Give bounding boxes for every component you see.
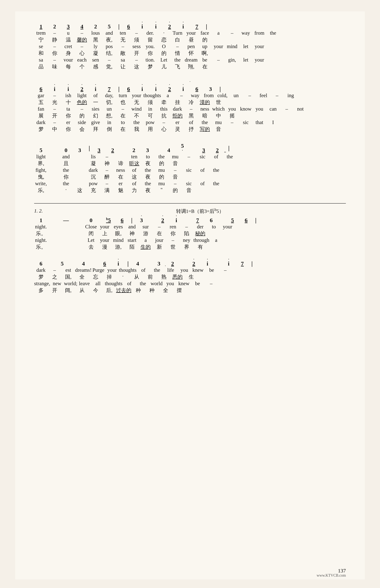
page: 1 2 3 4 2 5 | 6 i i 2 i 7 | trem–u–lousa…	[15, 11, 365, 579]
note-cell: 6	[34, 85, 48, 93]
note-cell: 7	[190, 23, 204, 30]
note-cell: 4	[131, 260, 145, 267]
note-cell: —	[59, 216, 73, 224]
lyrics-row: 梦中你会拜倒在我用心灵抒写的音	[34, 126, 346, 133]
decoration-dot: ·	[34, 80, 346, 85]
note-cell: 3	[204, 85, 217, 93]
section-4: 1 — 0 b5 6 | 3 2 i 7 6 5 6 | night. Clos…	[34, 216, 346, 250]
note-cell: 1	[34, 216, 48, 224]
bar-line: |	[116, 23, 122, 30]
note-cell: 2	[187, 260, 201, 267]
section-4-header: 1. 2. 转调1=B（前3=后b5）	[34, 207, 346, 215]
note-cell: 2	[156, 216, 170, 224]
note-cell: i	[222, 260, 235, 267]
note-cell: 2	[48, 23, 61, 30]
note-cell: 6	[98, 260, 112, 267]
bar-line: |	[249, 260, 255, 267]
bar-line: |	[226, 144, 232, 152]
note-cell: 2	[163, 85, 176, 93]
note-cell: i	[176, 85, 190, 93]
note-cell: 3	[135, 216, 148, 224]
note-cell: i	[176, 23, 190, 30]
note-cell: 7	[235, 260, 249, 267]
notation-row-1: 1 2 3 4 2 5 | 6 i i 2 i 7 |	[34, 23, 346, 30]
bar-line: |	[116, 86, 122, 92]
note-cell: 6	[239, 216, 253, 224]
note-cell: i	[201, 260, 214, 267]
section-2: 6 i i 2 i 7 | 6 i i 2 i 6 3 | gar–ishlig…	[34, 85, 346, 133]
lyrics-row: 梦之国,全忘掉·从前熟悉的生	[34, 274, 346, 280]
lyrics-row: 宁静温馨的黑夜,无须留恋白昼的	[34, 36, 346, 43]
note-cell: 3	[73, 146, 86, 154]
note-cell: 7	[102, 85, 116, 93]
lyrics-row: lightand lis– tentothemu–sicofthe	[34, 154, 346, 160]
lyrics-row: 曳,你 沉醉在这夜的音	[34, 173, 346, 180]
lyrics-row: se–cret–lypos–sessyou.O–penupyourmindlet…	[34, 44, 346, 50]
note-cell: 3·	[152, 260, 166, 267]
note-cell: i	[149, 23, 163, 30]
notation-row-4: 1 — 0 b5 6 | 3 2 i 7 6 5 6 |	[34, 216, 346, 224]
bar-line: |	[129, 217, 135, 224]
bar-line: |	[125, 260, 131, 267]
note-cell: 2	[89, 23, 102, 30]
section-divider	[34, 203, 346, 204]
lyrics-row: gar–ishlightofday,turnyourthoughtsa–wayf…	[34, 93, 346, 99]
lyrics-row: night. Letyourmindstartajour–neythrougha	[34, 237, 346, 243]
note-cell: 6	[122, 23, 135, 30]
note-cell: i	[149, 85, 163, 93]
note-cell: b5	[102, 216, 115, 224]
lyrics-row: write,the pow–erofthemu–sicofthe	[34, 181, 346, 187]
lyrics-row: 五光十色的一切,也无须牵挂冷漠的世	[34, 99, 346, 106]
lyrics-row: 多开阔,从今后,过去的种种全摆	[34, 287, 346, 294]
section-5: 6 5 4 6 i | 4 3· 2 2 i i 7 | dark–estdre…	[34, 260, 346, 294]
note-cell: i	[170, 216, 183, 224]
website-label: www.KTVCB.com	[317, 573, 346, 578]
note-cell: 1	[34, 23, 48, 30]
note-cell: 2	[75, 85, 89, 93]
notation-row-2: 6 i i 2 i 7 | 6 i i 2 i 6 3 |	[34, 85, 346, 93]
section-3: 5 0 3 | 3 2 2 3 4 5· 3 2 .. | lightand l…	[34, 142, 346, 194]
lyrics-row: night. Closeyoureyesandsur–ren–dertoyour	[34, 224, 346, 230]
note-cell: 5	[34, 146, 48, 154]
page-number: 137	[338, 568, 346, 574]
note-cell: i	[89, 85, 102, 93]
lyrics-row: strange,newworld;leaveallthoughtsofthewo…	[34, 281, 346, 287]
note-cell: i	[61, 85, 75, 93]
note-cell: 6	[34, 260, 48, 267]
note-cell: i	[48, 85, 61, 93]
bar-line: |	[86, 144, 92, 152]
note-cell: i	[135, 85, 149, 93]
note-cell: 3	[92, 146, 106, 154]
note-cell: 5	[55, 260, 69, 267]
section-1: 1 2 3 4 2 5 | 6 i i 2 i 7 | trem–u–lousa…	[34, 23, 346, 70]
bar-line: |	[253, 217, 259, 224]
note-cell: 6	[122, 85, 135, 93]
lyrics-row: 界,且 凝神谛听这夜的音	[34, 160, 346, 167]
lyrics-row: 品味每个感觉,让这梦儿飞翔,在	[34, 63, 346, 70]
lyrics-row: fan–ta–siesun–windinthisdark–nesswhichyo…	[34, 106, 346, 112]
note-cell: 5	[226, 216, 239, 224]
note-cell: 6	[204, 216, 218, 224]
note-cell: 2	[163, 23, 176, 30]
note-cell: 3	[61, 23, 75, 30]
bar-line: |	[217, 86, 223, 92]
note-cell: 2	[106, 146, 119, 154]
note-cell: 4	[75, 23, 89, 30]
lyrics-row: 展开你的幻想,在不可抗拒的黑暗中摇	[34, 112, 346, 119]
lyrics-row: 乐。 去漫游,陌生的新世界有	[34, 243, 346, 250]
lyrics-row: 和你身心凝结,敞开你的情怀啊,	[34, 50, 346, 57]
note-cell: 6	[115, 216, 129, 224]
note-cell: 3	[197, 146, 210, 154]
lyrics-row: fight,the dark–nessofthemu–sicofthe	[34, 167, 346, 173]
note-cell: 0	[59, 146, 73, 154]
bar-line: |	[204, 23, 209, 30]
lyrics-row: 乐。 闭上眼,神游在你陷秘的	[34, 230, 346, 237]
note-cell: 4	[162, 146, 176, 154]
note-cell: 2	[210, 146, 224, 154]
note-cell: 5	[102, 23, 116, 30]
lyrics-row: 乐,·这充满魅力夜"的音	[34, 187, 346, 194]
notation-row-3: 5 0 3 | 3 2 2 3 4 5· 3 2 .. |	[34, 142, 346, 154]
note-cell: 3	[141, 146, 154, 154]
lyrics-row: dark–ersidegiveintothepow–erofthemu–sict…	[34, 120, 346, 125]
note-cell: 0	[84, 216, 98, 224]
